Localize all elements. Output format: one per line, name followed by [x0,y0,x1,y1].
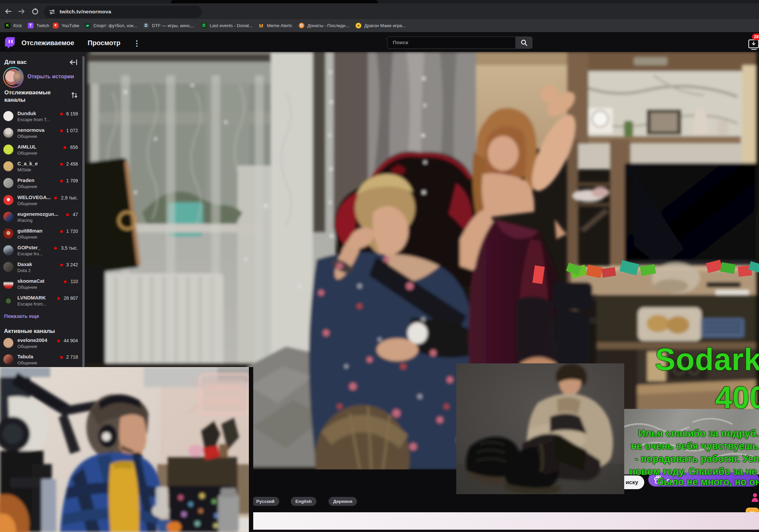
svg-text:CHECK: CHECK [206,381,244,392]
svg-text:ENGINE: ENGINE [204,395,245,407]
